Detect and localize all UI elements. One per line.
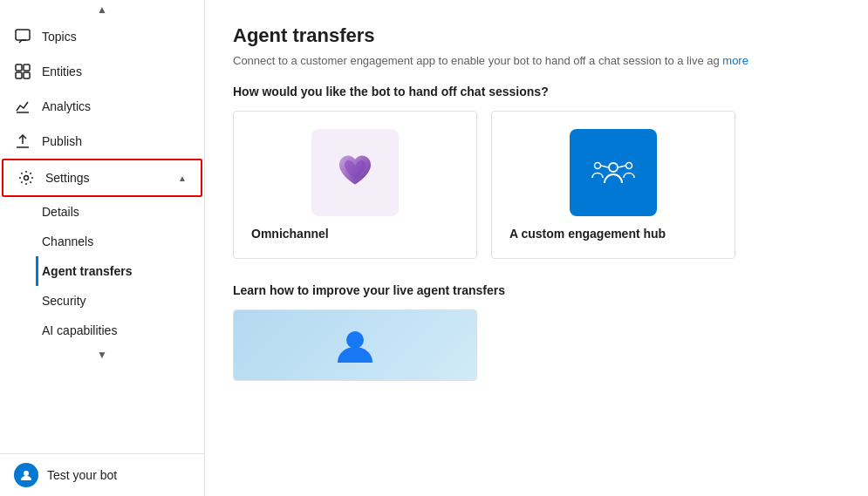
custom-hub-card[interactable]: A custom engagement hub [491, 111, 735, 259]
custom-hub-icon [589, 148, 638, 197]
settings-submenu: Details Channels Agent transfers Securit… [0, 197, 204, 345]
sidebar-item-entities[interactable]: Entities [0, 54, 204, 89]
submenu-item-channels[interactable]: Channels [42, 227, 204, 256]
sidebar-scroll: ▲ Topics Entities [0, 0, 204, 453]
sidebar-item-analytics[interactable]: Analytics [0, 89, 204, 124]
scroll-up-icon[interactable]: ▲ [97, 3, 107, 16]
settings-left: Settings [17, 169, 90, 187]
page-desc-text: Connect to a customer engagement app to … [233, 54, 720, 67]
sidebar-item-topics-label: Topics [42, 30, 77, 44]
svg-line-15 [619, 166, 625, 167]
svg-rect-1 [16, 65, 22, 71]
page-title: Agent transfers [233, 24, 840, 47]
submenu-item-ai-capabilities[interactable]: AI capabilities [42, 316, 204, 345]
omnichannel-card[interactable]: Omnichannel [233, 111, 477, 259]
submenu-security-label: Security [42, 294, 86, 308]
svg-point-13 [626, 163, 632, 169]
svg-point-12 [595, 163, 601, 169]
test-bot-label: Test your bot [47, 468, 117, 482]
svg-rect-0 [16, 30, 30, 40]
test-bot-button[interactable]: Test your bot [0, 453, 204, 496]
omnichannel-icon-wrap [311, 129, 399, 216]
submenu-item-agent-transfers[interactable]: Agent transfers [36, 256, 204, 286]
grid-icon [14, 63, 31, 80]
svg-point-16 [346, 331, 364, 349]
svg-point-11 [609, 163, 618, 172]
submenu-channels-label: Channels [42, 234, 93, 248]
custom-hub-icon-wrap [570, 129, 657, 216]
learn-card-person-icon [334, 324, 376, 366]
sidebar: ▲ Topics Entities [0, 0, 205, 496]
sidebar-item-settings-label: Settings [45, 171, 90, 185]
sidebar-item-publish-label: Publish [42, 134, 82, 148]
submenu-agent-transfers-label: Agent transfers [42, 264, 132, 278]
publish-icon [14, 132, 31, 150]
omnichannel-logo [329, 146, 381, 199]
submenu-details-label: Details [42, 205, 79, 219]
learn-section-title: Learn how to improve your live agent tra… [233, 283, 840, 297]
chevron-up-icon: ▲ [178, 173, 187, 183]
learn-card-1[interactable] [233, 309, 477, 381]
scroll-down-icon[interactable]: ▼ [97, 349, 107, 361]
page-description: Connect to a customer engagement app to … [233, 54, 840, 67]
handoff-question: How would you like the bot to hand off c… [233, 85, 840, 99]
sidebar-item-settings[interactable]: Settings ▲ [2, 159, 202, 197]
sidebar-item-topics[interactable]: Topics [0, 19, 204, 54]
custom-hub-label: A custom engagement hub [509, 227, 666, 241]
svg-rect-3 [16, 72, 22, 78]
svg-rect-4 [24, 72, 30, 78]
chat-icon [14, 28, 31, 45]
svg-point-8 [24, 176, 29, 180]
more-link[interactable]: more [722, 54, 748, 67]
svg-rect-2 [24, 65, 30, 71]
svg-line-14 [601, 166, 608, 167]
sidebar-item-analytics-label: Analytics [42, 99, 91, 113]
analytics-icon [14, 98, 31, 115]
submenu-item-security[interactable]: Security [42, 286, 204, 316]
submenu-ai-capabilities-label: AI capabilities [42, 323, 117, 337]
omnichannel-label: Omnichannel [251, 227, 329, 241]
settings-icon [17, 169, 35, 187]
submenu-item-details[interactable]: Details [42, 197, 204, 227]
learn-card-image [234, 310, 476, 380]
bot-avatar [14, 463, 38, 487]
cards-row: Omnichannel [233, 111, 840, 259]
main-content: Agent transfers Connect to a customer en… [205, 0, 868, 496]
svg-point-9 [24, 471, 29, 476]
sidebar-item-entities-label: Entities [42, 65, 82, 78]
learn-cards-row [233, 309, 840, 381]
sidebar-item-publish[interactable]: Publish [0, 124, 204, 159]
